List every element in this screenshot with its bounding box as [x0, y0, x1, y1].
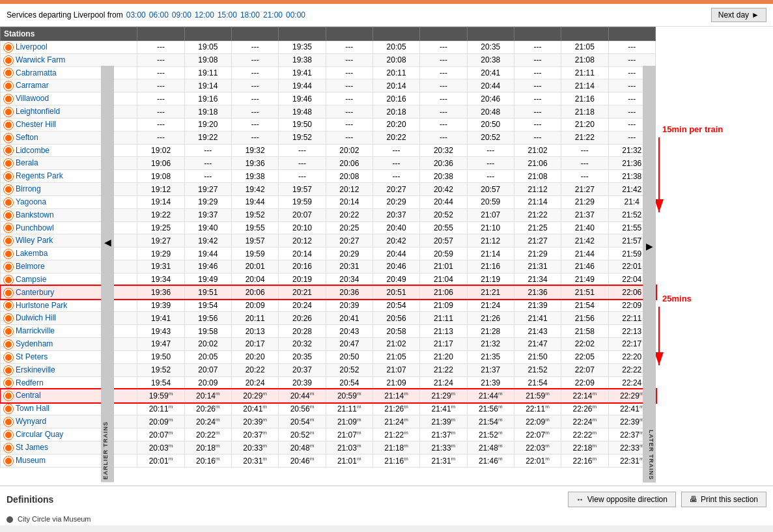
station-link[interactable]: Dulwich Hill: [16, 313, 56, 322]
station-link[interactable]: Cabramatta: [16, 68, 57, 77]
print-section-button[interactable]: 🖶 Print this section: [681, 492, 766, 507]
station-name-cell: Erskineville: [1, 363, 137, 376]
time-cell: ---: [137, 79, 184, 92]
station-link[interactable]: Belmore: [16, 262, 45, 271]
station-link[interactable]: Canterbury: [16, 288, 54, 297]
time-cell: 19:42: [232, 183, 279, 196]
time-cell: 19:46: [184, 260, 231, 273]
time-cell: 20:44: [467, 79, 514, 92]
station-link[interactable]: St Peters: [16, 352, 48, 361]
time-cell: 21:09m: [326, 415, 372, 428]
time-cell: ---: [326, 131, 372, 144]
time-cell: 20:35: [279, 350, 326, 363]
station-link[interactable]: Liverpool: [16, 42, 48, 51]
time-cell: 20:42: [372, 234, 419, 247]
midnight-indicator: m: [262, 391, 267, 397]
time-cell: 20:08: [372, 53, 419, 66]
table-row: Liverpool---19:05---19:35---20:05---20:3…: [1, 41, 656, 54]
station-link[interactable]: Regents Park: [16, 171, 63, 180]
time-cell: 21:44m: [467, 389, 514, 402]
midnight-indicator: m: [169, 417, 173, 423]
time-link-2100[interactable]: 21:00: [263, 10, 283, 20]
station-link[interactable]: Wynyard: [16, 417, 46, 426]
next-day-button[interactable]: Next day ►: [711, 8, 766, 22]
station-icon: [4, 391, 13, 400]
station-link[interactable]: Warwick Farm: [16, 55, 65, 64]
station-link[interactable]: Berala: [16, 158, 38, 167]
view-opposite-button[interactable]: ↔ View opposite direction: [568, 492, 676, 507]
time-link-0000[interactable]: 00:00: [286, 10, 305, 20]
station-link[interactable]: Carramar: [16, 81, 49, 90]
time-cell: 21:18m: [372, 441, 419, 455]
station-link[interactable]: Campsie: [16, 275, 46, 284]
time-cell: 21:05: [372, 350, 419, 363]
time-cell: 21:05: [561, 41, 608, 54]
time-link-1800[interactable]: 18:00: [240, 10, 260, 20]
station-icon: [4, 443, 13, 453]
time-cell: 21:37m: [420, 428, 467, 441]
time-cell: 20:20: [372, 118, 419, 131]
station-link[interactable]: Lidcombe: [16, 146, 49, 155]
time-cell: 22:24m: [561, 415, 608, 428]
station-link[interactable]: Chester Hill: [16, 120, 56, 129]
time-cell: 21:43: [514, 325, 561, 338]
time-cell: 21:54: [561, 299, 608, 312]
station-link[interactable]: Central: [16, 391, 41, 400]
time-link-0900[interactable]: 09:00: [172, 10, 191, 20]
station-link[interactable]: Yagoona: [16, 197, 46, 206]
station-link[interactable]: Sydenham: [16, 339, 53, 348]
time-cell: 20:09: [184, 376, 231, 389]
time-cell: 20:59: [467, 195, 514, 208]
station-link[interactable]: St James: [16, 443, 48, 452]
table-row: Warwick Farm---19:08---19:38---20:08---2…: [1, 53, 656, 66]
station-name-cell: Berala: [1, 157, 137, 170]
midnight-indicator: m: [216, 456, 220, 462]
definitions-bar: Definitions ↔ View opposite direction 🖶 …: [0, 485, 773, 512]
station-icon: [4, 211, 13, 220]
station-link[interactable]: Sefton: [16, 133, 38, 142]
station-link[interactable]: Bankstown: [16, 210, 54, 219]
stations-header: Stations: [1, 27, 137, 41]
annotation-15min: 15min per train: [662, 124, 723, 134]
time-cell: 19:12: [137, 183, 184, 196]
station-link[interactable]: Hurlstone Park: [16, 301, 67, 310]
station-link[interactable]: Town Hall: [16, 404, 49, 413]
station-link[interactable]: Punchbowl: [16, 223, 54, 232]
time-cell: 22:18m: [561, 441, 608, 455]
time-cell: 20:16: [279, 260, 326, 273]
time-cell: 20:32: [279, 338, 326, 351]
station-link[interactable]: Lakemba: [16, 249, 48, 258]
time-cell: 21:02: [372, 338, 419, 351]
time-link-1200[interactable]: 12:00: [195, 10, 214, 20]
time-cell: ---: [137, 92, 184, 105]
station-link[interactable]: Birrong: [16, 184, 41, 193]
time-cell: 20:01: [232, 260, 279, 273]
station-link[interactable]: Leightonfield: [16, 107, 60, 116]
station-link[interactable]: Museum: [16, 456, 46, 465]
midnight-indicator: m: [262, 443, 267, 449]
time-cell: 20:28: [279, 325, 326, 338]
time-link-0300[interactable]: 03:00: [126, 10, 146, 20]
later-trains-arrow[interactable]: ▶: [643, 66, 656, 427]
station-link[interactable]: Villawood: [16, 94, 49, 103]
station-link[interactable]: Erskineville: [16, 365, 55, 374]
time-cell: ---: [561, 144, 608, 157]
page-container: Services departing Liverpool from 03:00 …: [0, 0, 773, 525]
time-cell: 20:52m: [279, 428, 326, 441]
time-cell: 20:56: [372, 312, 419, 325]
earlier-trains-arrow[interactable]: ◀: [101, 66, 114, 419]
time-cell: 20:25: [326, 221, 372, 234]
station-link[interactable]: Marrickville: [16, 326, 55, 335]
station-link[interactable]: Wiley Park: [16, 236, 53, 245]
col-header-10: [561, 27, 608, 41]
time-cell: 19:59: [232, 247, 279, 260]
station-link[interactable]: Redfern: [16, 378, 44, 387]
time-link-1500[interactable]: 15:00: [218, 10, 237, 20]
time-cell: 21:50: [514, 350, 561, 363]
station-link[interactable]: Circular Quay: [16, 430, 63, 439]
time-cell: 20:52: [467, 131, 514, 144]
time-cell: 20:35: [467, 41, 514, 54]
time-cell: 19:48: [279, 105, 326, 119]
midnight-indicator: m: [310, 430, 315, 436]
time-link-0600[interactable]: 06:00: [149, 10, 169, 20]
